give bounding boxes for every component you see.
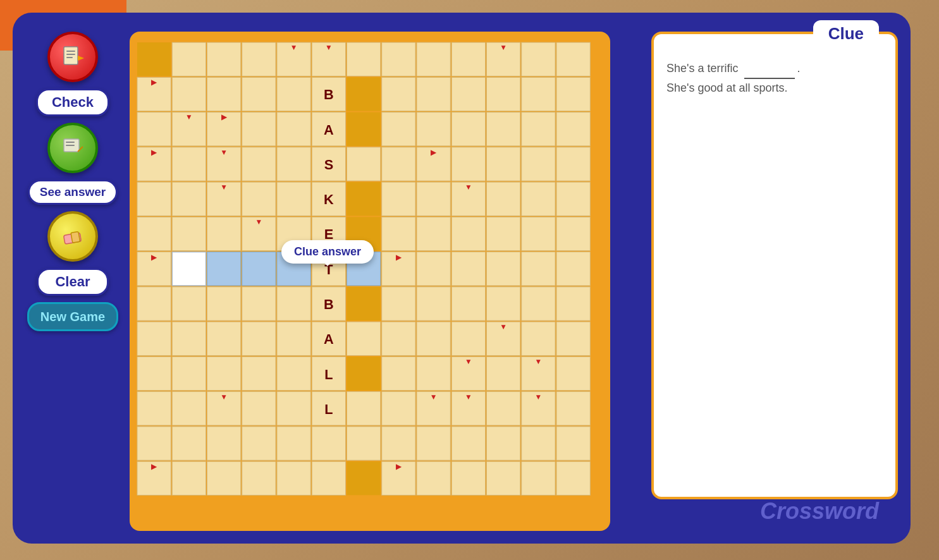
check-circle-button[interactable] — [47, 32, 98, 82]
svg-rect-134 — [487, 287, 520, 320]
svg-rect-56 — [487, 113, 520, 146]
svg-rect-61 — [172, 147, 206, 181]
svg-rect-147 — [451, 322, 485, 355]
svg-rect-2 — [66, 54, 75, 55]
svg-rect-154 — [207, 356, 240, 390]
svg-rect-84 — [347, 182, 380, 216]
svg-rect-168 — [137, 392, 171, 425]
svg-rect-32 — [242, 77, 276, 111]
svg-rect-138 — [172, 322, 206, 355]
svg-rect-159 — [347, 356, 380, 390]
svg-rect-133 — [451, 287, 485, 320]
svg-rect-93 — [172, 217, 206, 250]
clue-answer-tooltip: Clue answer — [281, 240, 374, 264]
svg-rect-41 — [522, 77, 555, 111]
svg-rect-0 — [64, 47, 78, 64]
svg-text:▼: ▼ — [220, 183, 228, 192]
svg-rect-191 — [312, 427, 345, 460]
svg-text:▶: ▶ — [396, 253, 402, 262]
main-panel: Check See answer Clear New Game — [13, 13, 911, 544]
svg-rect-39 — [451, 77, 485, 111]
check-button[interactable]: Check — [36, 88, 109, 116]
svg-rect-13 — [172, 42, 206, 76]
svg-rect-164 — [487, 356, 520, 390]
svg-text:▼: ▼ — [535, 393, 543, 401]
svg-rect-104 — [487, 217, 520, 250]
svg-text:▼: ▼ — [220, 148, 228, 157]
svg-rect-139 — [207, 322, 240, 355]
clue-text: She's a terrific . She's good at all spo… — [666, 59, 883, 97]
svg-rect-188 — [207, 427, 240, 460]
svg-rect-182 — [487, 392, 520, 425]
svg-rect-42 — [556, 77, 590, 111]
clue-box: She's a terrific . She's good at all spo… — [651, 32, 898, 499]
svg-rect-57 — [522, 113, 555, 146]
svg-rect-210 — [451, 461, 485, 495]
svg-rect-140 — [242, 322, 276, 355]
svg-rect-6 — [66, 142, 75, 143]
svg-rect-123 — [137, 287, 171, 320]
svg-rect-37 — [382, 77, 415, 111]
svg-rect-167 — [556, 356, 590, 390]
svg-rect-72 — [451, 147, 485, 181]
see-answer-button[interactable]: See answer — [28, 180, 118, 205]
svg-rect-187 — [172, 427, 206, 460]
svg-text:A: A — [324, 122, 334, 138]
svg-rect-135 — [522, 287, 555, 320]
crossword-grid-area: .gc { fill: #f5e0a8; stroke: #d4b878; st… — [130, 32, 610, 531]
svg-rect-36 — [347, 77, 380, 111]
svg-rect-111 — [242, 252, 276, 286]
svg-text:▶: ▶ — [221, 113, 228, 122]
svg-rect-151 — [556, 322, 590, 355]
svg-text:▼: ▼ — [500, 43, 507, 52]
svg-rect-43 — [137, 113, 171, 146]
svg-text:▶: ▶ — [151, 78, 157, 87]
svg-text:▼: ▼ — [255, 217, 263, 226]
svg-rect-125 — [207, 287, 240, 320]
clear-circle-button[interactable] — [47, 211, 98, 262]
svg-rect-103 — [451, 217, 485, 250]
svg-rect-172 — [242, 392, 276, 425]
svg-rect-155 — [242, 356, 276, 390]
svg-rect-69 — [382, 147, 415, 181]
svg-rect-153 — [172, 356, 206, 390]
clue-blank — [744, 59, 795, 79]
svg-rect-68 — [347, 147, 380, 181]
crossword-label: Crossword — [760, 498, 879, 525]
svg-rect-131 — [382, 287, 415, 320]
svg-rect-15 — [242, 42, 276, 76]
svg-rect-11 — [71, 231, 80, 243]
svg-rect-75 — [556, 147, 590, 181]
svg-rect-126 — [242, 287, 276, 320]
svg-rect-177 — [382, 392, 415, 425]
svg-rect-101 — [382, 217, 415, 250]
svg-text:▶: ▶ — [151, 253, 157, 262]
svg-rect-150 — [522, 322, 555, 355]
svg-rect-85 — [382, 182, 415, 216]
svg-rect-7 — [66, 145, 75, 146]
svg-text:▼: ▼ — [465, 393, 472, 401]
svg-rect-195 — [451, 427, 485, 460]
svg-rect-196 — [487, 427, 520, 460]
svg-rect-204 — [277, 461, 310, 495]
svg-rect-53 — [382, 113, 415, 146]
svg-rect-173 — [277, 392, 310, 425]
svg-rect-102 — [417, 217, 450, 250]
svg-rect-31 — [207, 77, 240, 111]
svg-text:▼: ▼ — [535, 357, 543, 366]
svg-rect-194 — [417, 427, 450, 460]
clear-button[interactable]: Clear — [37, 268, 108, 296]
see-answer-circle-button[interactable] — [47, 123, 98, 173]
svg-rect-76 — [137, 182, 171, 216]
new-game-button[interactable]: New Game — [27, 302, 118, 331]
svg-text:▼: ▼ — [185, 113, 193, 122]
svg-text:A: A — [324, 331, 334, 347]
svg-rect-198 — [556, 427, 590, 460]
svg-rect-21 — [382, 42, 415, 76]
svg-rect-38 — [417, 77, 450, 111]
svg-text:B: B — [324, 87, 334, 102]
svg-rect-14 — [207, 42, 240, 76]
svg-rect-109 — [172, 252, 206, 286]
svg-text:▼: ▼ — [290, 43, 298, 52]
svg-rect-136 — [556, 287, 590, 320]
